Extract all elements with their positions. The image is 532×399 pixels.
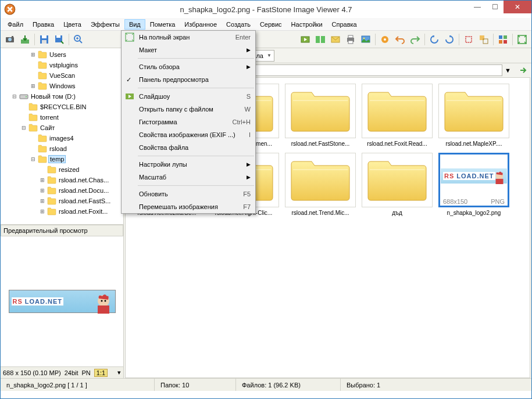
tree-node[interactable]: ⊞rsload.net.Foxit... [2,206,122,217]
tree-expander-icon[interactable]: ⊟ [11,94,18,99]
tree-node[interactable]: VueScan [2,70,122,81]
menu-вид[interactable]: Вид [124,19,145,30]
tree-label[interactable]: temp [48,155,66,163]
skin-icon[interactable] [496,33,510,46]
tree-label[interactable]: rsload.net.Docu... [58,187,110,194]
svg-rect-13 [321,36,325,43]
compare-icon[interactable] [313,33,327,46]
tree-node[interactable]: ⊞rsload.net.Chas... [2,175,122,185]
undo-icon[interactable] [393,33,407,46]
tree-label[interactable]: images4 [48,135,75,142]
tree-node[interactable]: ⊞Users [2,49,122,60]
tree-expander-icon[interactable]: ⊞ [30,52,37,57]
menu-создать[interactable]: Создать [222,19,255,30]
tree-label[interactable]: rsload.net.Foxit... [58,208,109,215]
menu-item[interactable]: ОбновитьF5 [122,188,255,200]
menu-избранное[interactable]: Избранное [180,19,222,30]
menu-пометка[interactable]: Пометка [145,19,180,30]
menu-item[interactable]: ГистограммаCtrl+H [122,116,255,128]
tree-label[interactable]: torrent [39,114,60,121]
tree-label[interactable]: Новый том (D:) [30,93,77,100]
folder-tree[interactable]: ⊞UsersvstpluginsVueScan⊞Windows⊟Новый то… [1,48,123,224]
menu-item[interactable]: ✓Панель предпросмотра [122,73,255,86]
tree-node[interactable]: ⊞Windows [2,81,122,91]
minimize-button[interactable]: — [469,1,486,13]
tree-node[interactable]: rsload [2,143,122,154]
maximize-button[interactable]: ☐ [486,1,504,13]
tree-label[interactable]: rsload.net.Chas... [58,177,110,184]
path-history-dropdown[interactable]: ▼ [505,67,515,74]
tree-node[interactable]: ⊞rsload.net.Docu... [2,185,122,196]
menu-item[interactable]: Стиль обзора▶ [122,60,255,73]
acquire-icon[interactable] [3,33,17,46]
crop-icon[interactable] [462,33,476,46]
tree-expander-icon[interactable]: ⊞ [39,188,46,193]
tree-node[interactable]: vstplugins [2,60,122,70]
redo-icon[interactable] [408,33,422,46]
menu-item[interactable]: Макет▶ [122,44,255,56]
menu-item[interactable]: На полный экранEnter [122,31,255,44]
tree-expander-icon[interactable]: ⊞ [39,209,46,214]
tree-expander-icon[interactable]: ⊟ [30,156,37,162]
tree-expander-icon[interactable]: ⊞ [39,177,46,183]
save-icon[interactable] [37,33,51,46]
resize-icon[interactable] [477,33,491,46]
preview-zoom[interactable]: 1:1 [94,369,108,377]
menu-item[interactable]: Масштаб▶ [122,171,255,184]
tree-expander-icon[interactable]: ⊞ [30,83,37,89]
tree-label[interactable]: rsload [48,145,68,152]
tree-node[interactable]: torrent [2,112,122,123]
tree-node[interactable]: resized [2,164,122,175]
tree-label[interactable]: vstplugins [48,62,79,69]
email-icon[interactable] [329,33,342,46]
tree-node[interactable]: images4 [2,133,122,143]
menu-item[interactable]: Открыть папку с файломW [122,103,255,116]
thumb-image[interactable]: RSLOAD.NET688x150PNGn_shapka_logo2.png [438,153,509,216]
rotate-left-icon[interactable] [427,33,441,46]
menu-сервис[interactable]: Сервис [255,19,287,30]
tree-label[interactable]: Сайт [39,124,56,131]
rotate-right-icon[interactable] [442,33,456,46]
tree-node[interactable]: ⊟Сайт [2,123,122,133]
thumb-folder[interactable]: rsload.net.MapleXP.... [438,84,509,147]
menu-файл[interactable]: Файл [3,19,28,30]
zoom-in-icon[interactable] [72,33,85,46]
tree-label[interactable]: Windows [48,82,77,89]
tree-label[interactable]: rsload.net.FastS... [58,197,112,204]
thumb-folder[interactable]: rsload.net.FastStone... [285,84,356,147]
tree-expander-icon[interactable]: ⊞ [39,198,46,204]
go-icon[interactable] [517,64,529,76]
download-icon[interactable] [18,33,32,46]
tree-node[interactable]: ⊟temp [2,154,122,164]
slideshow-icon[interactable] [298,33,312,46]
tree-label[interactable]: Users [48,51,67,58]
menu-эффекты[interactable]: Эффекты [86,19,124,30]
wallpaper-icon[interactable] [359,33,373,46]
menu-настройки[interactable]: Настройки [287,19,327,30]
menu-цвета[interactable]: Цвета [59,19,86,30]
menu-item[interactable]: Свойства файла [122,141,255,154]
thumb-folder[interactable]: дъд [362,153,433,216]
tree-label[interactable]: $RECYCLE.BIN [39,103,87,110]
menu-item[interactable]: СлайдшоуS [122,90,255,103]
settings-icon[interactable] [378,33,392,46]
tree-node[interactable]: ⊞rsload.net.FastS... [2,196,122,206]
close-button[interactable]: ✕ [504,1,531,13]
thumb-folder[interactable]: rsload.net.Foxit.Read... [362,84,433,147]
tree-expander-icon[interactable]: ⊟ [20,125,27,131]
menu-item[interactable]: Настройки лупы▶ [122,158,255,171]
thumb-folder[interactable]: rsload.net.Trend.Mic... [285,153,356,216]
fullscreen-icon[interactable] [515,33,529,46]
menu-item[interactable]: Свойства изображения (EXIF ...)I [122,128,255,141]
menu-правка[interactable]: Правка [28,19,59,30]
save-as-icon[interactable] [52,33,66,46]
menu-item[interactable]: Перемешать изображенияF7 [122,200,255,213]
collapse-preview-icon[interactable]: ▾ [117,369,121,376]
print-icon[interactable] [344,33,358,46]
tree-node[interactable]: $RECYCLE.BIN [2,102,122,112]
tree-label[interactable]: VueScan [48,72,76,79]
tree-label[interactable]: resized [58,166,80,173]
preview-image-area[interactable]: RSLOAD.NET [1,236,123,366]
tree-node[interactable]: ⊟Новый том (D:) [2,91,122,102]
menu-справка[interactable]: Справка [327,19,362,30]
